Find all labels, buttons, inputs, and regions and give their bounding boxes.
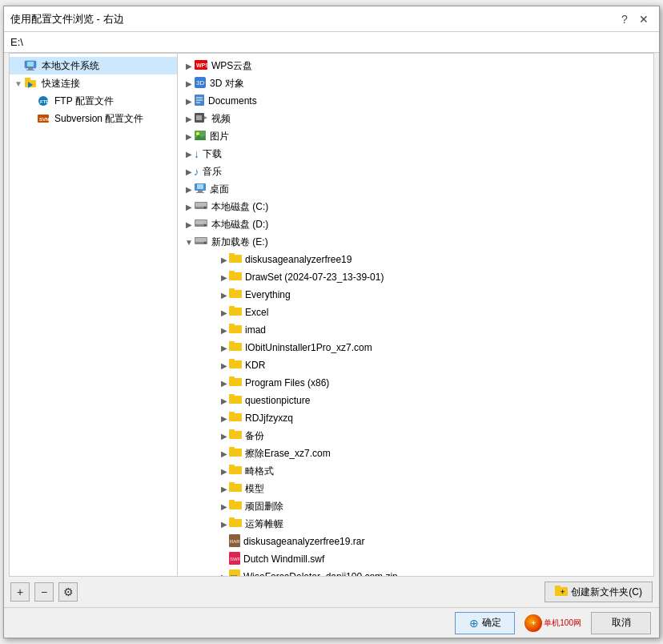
close-button[interactable]: ✕ xyxy=(635,10,653,28)
arrow-iobit: ▶ xyxy=(213,344,229,352)
right-item-erase[interactable]: ▶ 擦除Erase_xz7.com xyxy=(178,445,653,462)
right-item-wps[interactable]: ▶ WPS WPS云盘 xyxy=(178,57,653,74)
drive-d-label: 本地磁盘 (D:) xyxy=(211,218,268,231)
right-item-programfiles[interactable]: ▶ Program Files (x86) xyxy=(178,374,653,392)
right-item-drive-c[interactable]: ▶ 本地磁盘 (C:) xyxy=(178,198,653,215)
svg-rect-52 xyxy=(229,378,242,386)
arrow-download: ▶ xyxy=(178,150,194,159)
svg-point-31 xyxy=(204,207,207,209)
arrow-imad: ▶ xyxy=(213,326,229,335)
right-item-drive-d[interactable]: ▶ 本地磁盘 (D:) xyxy=(178,215,653,233)
questionpic-label: questionpicture xyxy=(245,395,310,406)
arrow-docs: ▶ xyxy=(178,97,194,106)
subfolder-stubborn-icon xyxy=(229,500,242,513)
svg-rect-33 xyxy=(195,220,207,224)
drive-e-icon xyxy=(194,235,208,248)
right-item-kdr[interactable]: ▶ KDR xyxy=(178,356,653,374)
tree-item-local-fs[interactable]: 本地文件系统 xyxy=(10,57,177,74)
right-item-download[interactable]: ▶ ↓ 下载 xyxy=(178,145,653,163)
right-item-rar[interactable]: ▶ RAR diskusageanalyzerfree19.rar xyxy=(178,533,653,550)
settings-button[interactable]: ⚙ xyxy=(58,582,78,602)
rar-icon: RAR xyxy=(229,534,240,549)
title-bar-left: 使用配置文件浏览 - 右边 xyxy=(10,12,124,26)
confirm-button[interactable]: ⊕ 确定 xyxy=(455,612,515,634)
right-item-rdj[interactable]: ▶ RDJjfzyxzq xyxy=(178,409,653,427)
left-panel[interactable]: 本地文件系统 ▼ 快速连接 xyxy=(10,54,178,576)
right-panel[interactable]: ▶ WPS WPS云盘 ▶ 3D 3D 对象 xyxy=(178,54,653,576)
drive-c-icon xyxy=(194,200,208,213)
quick-connect-icon xyxy=(24,78,38,89)
right-item-docs[interactable]: ▶ Documents xyxy=(178,92,653,110)
right-item-zip1[interactable]: ▶ ZIP WiseForceDeleter_danji100.com.zip xyxy=(178,568,653,576)
rdj-label: RDJjfzyxzq xyxy=(245,413,293,424)
3d-label: 3D 对象 xyxy=(210,77,244,91)
svg-text:ZIP: ZIP xyxy=(230,574,237,577)
pic-label: 图片 xyxy=(210,130,229,143)
right-item-iobit[interactable]: ▶ IObitUninstaller1Pro_xz7.com xyxy=(178,339,653,356)
svg-rect-66 xyxy=(229,501,242,509)
svg-rect-61 xyxy=(229,447,235,449)
help-button[interactable]: ? xyxy=(616,10,633,28)
arrow-questionpic: ▶ xyxy=(213,396,229,405)
svg-rect-68 xyxy=(229,519,242,527)
right-item-model[interactable]: ▶ 模型 xyxy=(178,480,653,497)
right-item-desktop[interactable]: ▶ 桌面 xyxy=(178,180,653,198)
erase-label: 擦除Erase_xz7.com xyxy=(245,447,331,461)
cancel-button[interactable]: 取消 xyxy=(591,612,651,634)
music-icon: ♪ xyxy=(194,166,199,178)
svg-marker-20 xyxy=(204,116,207,119)
drawset-label: DrawSet (2024-07-23_13-39-01) xyxy=(245,272,384,283)
stubborn-label: 顽固删除 xyxy=(245,500,283,513)
right-item-drive-e[interactable]: ▼ 新加载卷 (E:) xyxy=(178,233,653,251)
right-item-excel[interactable]: ▶ Excel xyxy=(178,304,653,321)
drive-e-label: 新加载卷 (E:) xyxy=(211,235,268,249)
subfolder-icon xyxy=(229,253,242,266)
arrow-drive-c: ▶ xyxy=(178,203,194,211)
right-item-questionpic[interactable]: ▶ questionpicture xyxy=(178,392,653,409)
right-item-stubborn[interactable]: ▶ 顽固删除 xyxy=(178,497,653,515)
svg-rect-58 xyxy=(229,431,242,439)
svg-rect-47 xyxy=(229,324,235,326)
right-item-pic[interactable]: ▶ 图片 xyxy=(178,127,653,145)
download-icon: ↓ xyxy=(194,147,199,160)
create-folder-button[interactable]: + 创建新文件夹(C) xyxy=(544,582,653,602)
arrow-drive-d: ▶ xyxy=(178,220,194,229)
backup-label: 备份 xyxy=(245,429,264,443)
computer-icon xyxy=(24,60,38,71)
subfolder-drawset-icon xyxy=(229,271,242,284)
arrow-pic: ▶ xyxy=(178,132,194,141)
right-item-drawset[interactable]: ▶ DrawSet (2024-07-23_13-39-01) xyxy=(178,268,653,286)
svg-rect-28 xyxy=(196,192,204,193)
arrow-3d: ▶ xyxy=(178,79,194,88)
swf-icon: SWF xyxy=(229,552,240,567)
svg-rect-1 xyxy=(27,62,34,66)
right-item-weird[interactable]: ▶ 畸格式 xyxy=(178,462,653,480)
right-item-music[interactable]: ▶ ♪ 音乐 xyxy=(178,163,653,180)
right-item-everything[interactable]: ▶ Everything xyxy=(178,286,653,304)
svg-rect-2 xyxy=(28,68,33,70)
right-item-imad[interactable]: ▶ imad xyxy=(178,321,653,339)
svg-rect-60 xyxy=(229,449,242,457)
right-item-swf[interactable]: ▶ SWF Dutch Windmill.swf xyxy=(178,550,653,568)
iobit-label: IObitUninstaller1Pro_xz7.com xyxy=(245,342,372,353)
svg-rect-55 xyxy=(229,394,235,396)
tree-item-svn[interactable]: SVN Subversion 配置文件 xyxy=(10,110,177,127)
right-item-3d[interactable]: ▶ 3D 3D 对象 xyxy=(178,74,653,92)
right-item-strategy[interactable]: ▶ 运筹帷幄 xyxy=(178,515,653,533)
svg-rect-38 xyxy=(229,255,242,263)
svg-text:FTP: FTP xyxy=(40,99,49,104)
subfolder-rdj-icon xyxy=(229,412,242,425)
right-item-backup[interactable]: ▶ 备份 xyxy=(178,427,653,445)
right-item-video[interactable]: ▶ 视频 xyxy=(178,110,653,127)
swf-label: Dutch Windmill.swf xyxy=(243,553,324,565)
svg-rect-59 xyxy=(229,429,235,432)
tree-item-quick-connect[interactable]: ▼ 快速连接 xyxy=(10,74,177,92)
add-button[interactable]: + xyxy=(10,582,30,602)
remove-button[interactable]: − xyxy=(34,582,54,602)
strategy-label: 运筹帷幄 xyxy=(245,517,283,531)
arrow-erase: ▶ xyxy=(213,449,229,458)
right-item-diskusage[interactable]: ▶ diskusageanalyzerfree19 xyxy=(178,251,653,268)
confirm-icon: ⊕ xyxy=(469,617,479,630)
current-path: E:\ xyxy=(10,36,23,48)
tree-item-ftp[interactable]: FTP FTP 配置文件 xyxy=(10,92,177,110)
